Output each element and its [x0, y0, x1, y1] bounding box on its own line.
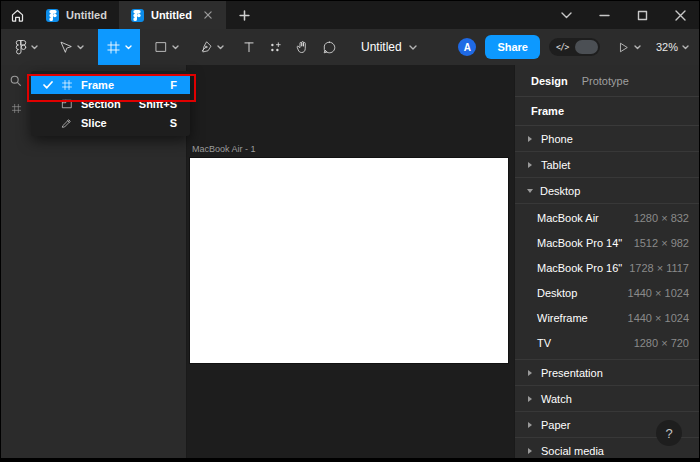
group-label: Tablet: [541, 159, 570, 171]
avatar[interactable]: A: [458, 38, 476, 56]
chevron-right-icon: [528, 396, 532, 402]
tab-untitled-1[interactable]: Untitled: [34, 1, 119, 29]
close-icon: [675, 10, 686, 21]
text-tool-button[interactable]: [236, 29, 262, 65]
desktop-preset-list: MacBook Air 1280 × 832 MacBook Pro 14" 1…: [515, 204, 699, 360]
hand-tool-button[interactable]: [289, 29, 316, 65]
comment-icon: [322, 40, 337, 55]
preset-tv[interactable]: TV 1280 × 720: [515, 330, 699, 355]
menu-item-section[interactable]: Section Shift+S: [31, 94, 190, 113]
panel-tabs: Design Prototype: [515, 65, 699, 97]
check-icon: [42, 81, 53, 89]
preset-size: 1512 × 982: [634, 237, 689, 249]
preset-label: MacBook Air: [537, 212, 599, 224]
actions-button[interactable]: [262, 29, 289, 65]
preset-size: 1440 × 1024: [628, 312, 689, 324]
dev-mode-toggle[interactable]: </>: [549, 38, 600, 56]
preset-label: MacBook Pro 14": [537, 237, 622, 249]
search-icon[interactable]: [9, 74, 22, 87]
preset-macbook-air[interactable]: MacBook Air 1280 × 832: [515, 205, 699, 230]
main-menu-button[interactable]: [9, 29, 44, 65]
file-name: Untitled: [361, 40, 402, 54]
preset-desktop[interactable]: Desktop 1440 × 1024: [515, 280, 699, 305]
preset-group-phone[interactable]: Phone: [515, 126, 699, 152]
tab-design[interactable]: Design: [531, 75, 568, 87]
hand-icon: [295, 40, 310, 55]
frame-section-header: Frame: [515, 97, 699, 126]
home-button[interactable]: [4, 1, 30, 29]
new-tab-button[interactable]: [232, 1, 258, 29]
close-tab-icon[interactable]: [202, 9, 214, 21]
menu-item-slice[interactable]: Slice S: [31, 113, 190, 132]
menu-item-shortcut: Shift+S: [139, 98, 177, 110]
chevron-right-icon: [528, 370, 532, 376]
zoom-level: 32%: [656, 41, 678, 53]
app-menu-chevron-button[interactable]: [547, 1, 585, 29]
maximize-button[interactable]: [623, 1, 661, 29]
shape-tool-button[interactable]: [148, 29, 185, 65]
menu-item-frame[interactable]: Frame F: [31, 75, 190, 94]
chevron-down-icon: [217, 45, 224, 50]
zoom-menu[interactable]: 32%: [656, 41, 689, 53]
chevron-right-icon: [528, 162, 532, 168]
preset-label: TV: [537, 337, 551, 349]
play-icon: [617, 41, 630, 54]
present-button[interactable]: [617, 41, 641, 54]
tab-prototype[interactable]: Prototype: [582, 75, 629, 87]
preset-size: 1728 × 1117: [629, 262, 689, 274]
file-name-menu[interactable]: Untitled: [361, 29, 417, 65]
frame-icon: [60, 79, 73, 91]
chevron-down-icon: [634, 45, 641, 50]
cursor-icon: [58, 40, 73, 55]
tab-label: Untitled: [66, 9, 107, 21]
rectangle-icon: [154, 40, 168, 54]
minimize-icon: [599, 10, 610, 21]
menu-item-label: Slice: [81, 117, 107, 129]
share-button[interactable]: Share: [485, 35, 540, 59]
comment-tool-button[interactable]: [316, 29, 343, 65]
chevron-down-icon: [561, 12, 572, 19]
frame-name-label[interactable]: MacBook Air - 1: [192, 144, 256, 154]
toggle-knob: [575, 40, 598, 54]
preset-size: 1440 × 1024: [628, 287, 689, 299]
frame-layer-icon[interactable]: [11, 103, 22, 114]
preset-group-tablet[interactable]: Tablet: [515, 152, 699, 178]
group-label: Watch: [541, 393, 572, 405]
pen-icon: [199, 40, 213, 54]
menu-item-label: Section: [81, 98, 121, 110]
group-label: Social media: [541, 445, 604, 457]
dev-mode-icon: </>: [556, 43, 569, 52]
close-window-button[interactable]: [661, 1, 699, 29]
toolbar-right-cluster: A Share </> 32%: [458, 29, 689, 65]
preset-macbook-pro-14[interactable]: MacBook Pro 14" 1512 × 982: [515, 230, 699, 255]
help-button[interactable]: ?: [656, 420, 682, 446]
canvas-frame[interactable]: [190, 158, 508, 363]
actions-icon: [268, 40, 283, 55]
preset-group-desktop[interactable]: Desktop: [515, 178, 699, 204]
minimize-button[interactable]: [585, 1, 623, 29]
preset-group-watch[interactable]: Watch: [515, 386, 699, 412]
preset-group-presentation[interactable]: Presentation: [515, 360, 699, 386]
group-label: Presentation: [541, 367, 603, 379]
window-controls: [547, 1, 699, 29]
canvas[interactable]: MacBook Air - 1: [187, 65, 514, 458]
move-tool-button[interactable]: [52, 29, 90, 65]
preset-macbook-pro-16[interactable]: MacBook Pro 16" 1728 × 1117: [515, 255, 699, 280]
menu-item-label: Frame: [81, 79, 114, 91]
group-label: Desktop: [540, 185, 580, 197]
frame-icon: [106, 40, 121, 55]
preset-wireframe[interactable]: Wireframe 1440 × 1024: [515, 305, 699, 330]
pen-tool-button[interactable]: [193, 29, 230, 65]
chevron-down-icon: [31, 45, 38, 50]
right-panel: Design Prototype Frame Phone Tablet Desk…: [514, 65, 699, 458]
menu-item-shortcut: S: [170, 117, 177, 129]
section-icon: [60, 98, 73, 110]
tab-untitled-2[interactable]: Untitled: [119, 1, 226, 29]
chevron-right-icon: [528, 448, 532, 454]
text-icon: [242, 40, 256, 54]
preset-size: 1280 × 832: [634, 212, 689, 224]
frame-tool-dropdown: Frame F Section Shift+S Slice S: [31, 71, 190, 136]
chevron-down-icon: [682, 45, 689, 50]
frame-tool-button[interactable]: [98, 29, 140, 65]
tab-bar: Untitled Untitled: [1, 1, 699, 29]
